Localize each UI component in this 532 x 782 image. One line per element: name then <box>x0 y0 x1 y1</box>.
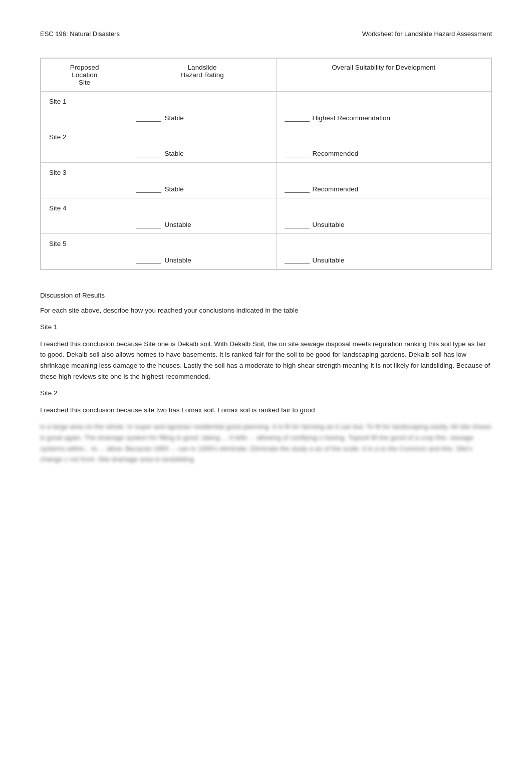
suitability-cell: Recommended <box>276 163 491 198</box>
blank-line <box>136 264 161 264</box>
site-cell: Site 2 <box>41 127 128 163</box>
blank-line <box>285 157 310 157</box>
blank-line <box>285 264 310 264</box>
suitability-value: Recommended <box>285 168 483 193</box>
blank-line <box>136 121 161 122</box>
col-header-suitability: Overall Suitability for Development <box>276 59 491 92</box>
hazard-text: Unstable <box>164 221 191 228</box>
discussion-instruction: For each site above, describe how you re… <box>40 305 492 316</box>
site-cell: Site 1 <box>41 92 128 127</box>
hazard-text: Stable <box>164 114 183 122</box>
hazard-cell: Stable <box>128 163 276 198</box>
page-header: ESC 196: Natural Disasters Worksheet for… <box>40 30 492 38</box>
hazard-value: Stable <box>136 168 268 193</box>
discussion-heading: Discussion of Results <box>40 290 492 301</box>
suitability-text: Recommended <box>313 150 359 157</box>
table-row: Site 1StableHighest Recommendation <box>41 92 491 127</box>
site1-section: Site 1 I reached this conclusion because… <box>40 322 492 382</box>
assessment-table: Proposed Location Site Landslide Hazard … <box>41 58 491 270</box>
assessment-table-container: Proposed Location Site Landslide Hazard … <box>40 58 492 270</box>
blank-line <box>136 192 161 193</box>
site-cell: Site 5 <box>41 234 128 270</box>
suitability-cell: Recommended <box>276 127 491 163</box>
hazard-text: Unstable <box>164 256 191 264</box>
suitability-value: Recommended <box>285 132 483 157</box>
table-row: Site 3StableRecommended <box>41 163 491 198</box>
hazard-value: Stable <box>136 132 268 157</box>
table-row: Site 2StableRecommended <box>41 127 491 163</box>
suitability-cell: Unsuitable <box>276 198 491 234</box>
hazard-text: Stable <box>164 150 183 157</box>
suitability-value: Unsuitable <box>285 239 483 264</box>
header-left: ESC 196: Natural Disasters <box>40 30 120 38</box>
discussion-section: Discussion of Results For each site abov… <box>40 290 492 465</box>
blank-line <box>285 228 310 228</box>
site-cell: Site 4 <box>41 198 128 234</box>
header-right: Worksheet for Landslide Hazard Assessmen… <box>362 30 492 38</box>
site2-body: I reached this conclusion because site t… <box>40 405 492 416</box>
suitability-cell: Highest Recommendation <box>276 92 491 127</box>
site1-label: Site 1 <box>40 322 492 333</box>
hazard-value: Unstable <box>136 203 268 228</box>
blank-line <box>285 192 310 193</box>
blank-line <box>136 228 161 228</box>
hazard-value: Stable <box>136 97 268 122</box>
blank-line <box>285 121 310 122</box>
suitability-value: Highest Recommendation <box>285 97 483 122</box>
hazard-cell: Unstable <box>128 198 276 234</box>
hazard-cell: Stable <box>128 92 276 127</box>
col-header-hazard: Landslide Hazard Rating <box>128 59 276 92</box>
site2-label: Site 2 <box>40 388 492 399</box>
suitability-text: Unsuitable <box>313 221 345 228</box>
table-row: Site 5UnstableUnsuitable <box>41 234 491 270</box>
site-cell: Site 3 <box>41 163 128 198</box>
hazard-value: Unstable <box>136 239 268 264</box>
suitability-text: Unsuitable <box>313 256 345 264</box>
col-header-site: Proposed Location Site <box>41 59 128 92</box>
blank-line <box>136 157 161 157</box>
suitability-cell: Unsuitable <box>276 234 491 270</box>
blurred-content: in a large area on the whole. In super a… <box>40 421 492 464</box>
hazard-text: Stable <box>164 185 183 193</box>
hazard-cell: Unstable <box>128 234 276 270</box>
table-row: Site 4UnstableUnsuitable <box>41 198 491 234</box>
site2-section: Site 2 I reached this conclusion because… <box>40 388 492 465</box>
suitability-text: Highest Recommendation <box>313 114 390 122</box>
hazard-cell: Stable <box>128 127 276 163</box>
suitability-text: Recommended <box>313 185 359 193</box>
site1-body: I reached this conclusion because Site o… <box>40 339 492 382</box>
suitability-value: Unsuitable <box>285 203 483 228</box>
